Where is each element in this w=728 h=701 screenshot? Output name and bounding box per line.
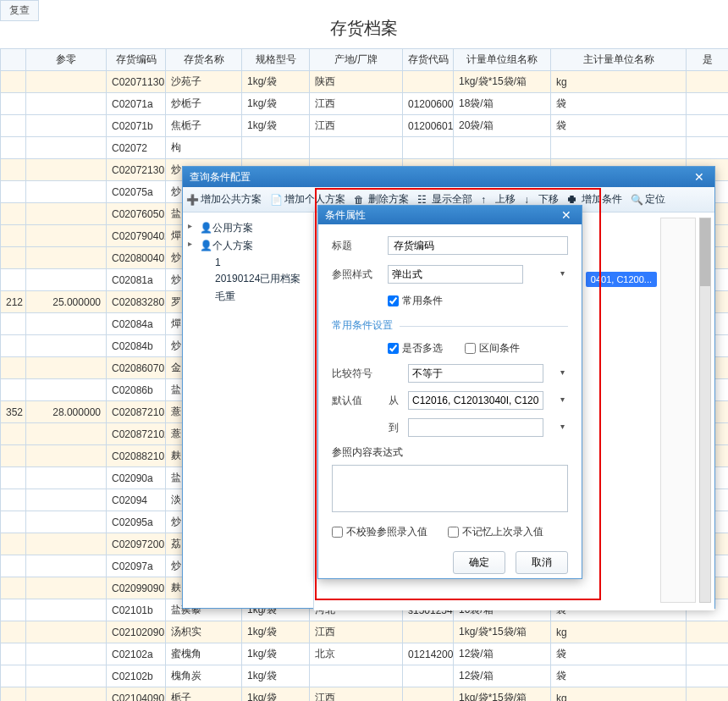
expression-textarea[interactable] (332, 465, 568, 512)
add-icon: 📄 (270, 194, 282, 206)
cell (687, 115, 729, 137)
cell: 28.000000 (26, 401, 107, 423)
cell (1, 423, 26, 445)
cell: 01214200 (403, 643, 454, 665)
cell: 25.000000 (26, 291, 107, 313)
cell (26, 533, 107, 555)
close-icon[interactable]: ✕ (558, 208, 575, 222)
ok-button[interactable]: 确定 (453, 551, 505, 574)
dialog-titlebar[interactable]: 查询条件配置 ✕ (183, 167, 714, 187)
cell (26, 467, 107, 489)
cell: C02094 (107, 489, 166, 511)
cell (26, 159, 107, 181)
label-style: 参照样式 (332, 268, 379, 282)
cell: 江西 (310, 621, 403, 643)
selected-value-chip[interactable]: 0401, C1200... (586, 272, 657, 287)
cell: 12袋/箱 (454, 665, 551, 687)
cell (1, 247, 26, 269)
cell (1, 687, 26, 702)
cell (1, 621, 26, 643)
cell: 北京 (310, 643, 403, 665)
no-verify-checkbox[interactable]: 不校验参照录入值 (332, 525, 427, 539)
cell (26, 489, 107, 511)
tree-root-personal[interactable]: 👤个人方案 (188, 237, 308, 255)
cell: 20袋/箱 (454, 115, 551, 137)
scrollbar[interactable] (699, 218, 711, 603)
table-row[interactable]: C021020901汤枳实1kg/袋江西1kg/袋*15袋/箱kg (1, 621, 729, 643)
default-from-select[interactable] (408, 391, 543, 410)
cell: 01200601 (403, 115, 454, 137)
cell: C020872102 (107, 423, 166, 445)
cancel-button[interactable]: 取消 (516, 551, 568, 574)
cell (26, 335, 107, 357)
label-operator: 比较符号 (332, 367, 379, 381)
cell: 袋 (551, 665, 687, 687)
chevron-down-icon: ▾ (560, 268, 565, 278)
cell: C02075a (107, 181, 166, 203)
label-default: 默认值 (332, 394, 379, 408)
table-row[interactable]: C021040901栀子1kg/袋江西1kg/袋*15袋/箱kg (1, 687, 729, 702)
col-jldwz[interactable]: 计量单位组名称 (454, 49, 551, 71)
col-idx[interactable] (1, 49, 26, 71)
col-sf[interactable]: 是 (687, 49, 729, 71)
ref-style-select[interactable] (388, 265, 523, 284)
cell: kg (551, 621, 687, 643)
cell (403, 137, 454, 159)
table-row[interactable]: C02102b槐角炭1kg/袋12袋/箱袋 (1, 665, 729, 687)
plus-icon: 🞦 (567, 194, 579, 206)
cell (687, 665, 729, 687)
cell (1, 445, 26, 467)
cell (687, 687, 729, 702)
top-tab[interactable]: 复查 (0, 0, 39, 21)
no-remember-checkbox[interactable]: 不记忆上次录入值 (448, 525, 543, 539)
col-chmc[interactable]: 存货名称 (166, 49, 242, 71)
common-condition-checkbox[interactable]: 常用条件 (388, 294, 443, 308)
col-cz[interactable]: 参零 (26, 49, 107, 71)
cell: C020972001 (107, 533, 166, 555)
table-row[interactable]: C02071a炒栀子1kg/袋江西0120060018袋/箱袋 (1, 93, 729, 115)
title-field[interactable] (388, 236, 568, 255)
cell (26, 269, 107, 291)
table-row[interactable]: C02071b焦栀子1kg/袋江西0120060120袋/箱袋 (1, 115, 729, 137)
cell: 陕西 (310, 71, 403, 93)
operator-select[interactable] (408, 364, 543, 383)
range-condition-checkbox[interactable]: 区间条件 (465, 341, 520, 356)
col-zjldw[interactable]: 主计量单位名称 (551, 49, 687, 71)
cell: C020882101 (107, 445, 166, 467)
col-chbm[interactable]: 存货编码 (107, 49, 166, 71)
cell: C020760501 (107, 203, 166, 225)
cell: C02072 (107, 137, 166, 159)
close-icon[interactable]: ✕ (691, 170, 708, 184)
cell (26, 225, 107, 247)
col-chdm[interactable]: 存货代码 (403, 49, 454, 71)
cell: 槐角炭 (166, 665, 242, 687)
tree-item[interactable]: 20190124已用档案 (188, 270, 308, 288)
tree-root-public[interactable]: 👤公用方案 (188, 219, 308, 237)
cell (1, 577, 26, 599)
default-to-select[interactable] (408, 418, 543, 437)
cell (26, 621, 107, 643)
locate-button[interactable]: 🔍定位 (631, 192, 665, 207)
cell (1, 599, 26, 621)
cell: C02071b (107, 115, 166, 137)
add-public-scheme-button[interactable]: ➕增加公共方案 (186, 192, 262, 207)
cell: 1kg/袋 (242, 71, 310, 93)
group-common-settings: 常用条件设置 (332, 318, 568, 333)
cell (551, 137, 687, 159)
tree-item[interactable]: 1 (188, 255, 308, 270)
cell: 01200600 (403, 93, 454, 115)
table-row[interactable]: C02102a蜜槐角1kg/袋北京0121420012袋/箱袋 (1, 643, 729, 665)
dialog-titlebar[interactable]: 条件属性 ✕ (318, 206, 582, 224)
col-gg[interactable]: 规格型号 (242, 49, 310, 71)
cell: C02086b (107, 379, 166, 401)
table-row[interactable]: C02072枸 (1, 137, 729, 159)
cell: 沙苑子 (166, 71, 242, 93)
cell (1, 203, 26, 225)
tree-item[interactable]: 毛重 (188, 288, 308, 306)
col-cd[interactable]: 产地/厂牌 (310, 49, 403, 71)
cell (26, 599, 107, 621)
table-row[interactable]: C020711301沙苑子1kg/袋陕西1kg/袋*15袋/箱kg (1, 71, 729, 93)
multi-select-checkbox[interactable]: 是否多选 (388, 341, 443, 356)
cell (26, 313, 107, 335)
cell (1, 159, 26, 181)
